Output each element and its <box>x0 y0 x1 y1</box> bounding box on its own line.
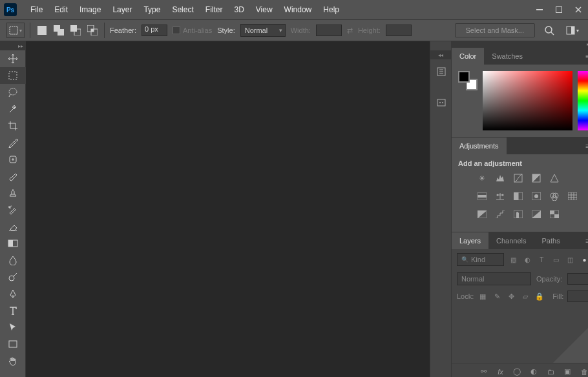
tab-layers[interactable]: Layers <box>452 232 488 249</box>
lock-transparent-icon[interactable]: ▦ <box>478 291 488 301</box>
workspace-switcher[interactable]: ▾ <box>563 26 582 35</box>
gradient-map-icon[interactable] <box>530 209 542 220</box>
path-selection-tool[interactable] <box>0 319 26 336</box>
tab-paths[interactable]: Paths <box>534 232 568 249</box>
lock-image-icon[interactable]: ✎ <box>492 291 502 301</box>
mode-subtract-icon[interactable] <box>69 24 82 37</box>
fill-input[interactable] <box>567 290 588 302</box>
lock-artboard-icon[interactable]: ▱ <box>520 291 530 301</box>
history-brush-tool[interactable] <box>0 201 26 218</box>
opacity-input[interactable] <box>567 273 588 285</box>
panel-menu-icon[interactable]: ≡ <box>580 48 588 65</box>
history-dock-icon[interactable] <box>430 62 452 81</box>
layer-fx-icon[interactable]: fx <box>495 368 505 376</box>
pen-tool[interactable] <box>0 285 26 302</box>
menu-filter[interactable]: Filter <box>200 1 229 18</box>
filter-toggle-icon[interactable]: ● <box>579 254 588 265</box>
tab-channels[interactable]: Channels <box>488 232 534 249</box>
menu-view[interactable]: View <box>250 1 278 18</box>
style-select[interactable]: Normal <box>240 24 286 37</box>
filter-shape-icon[interactable]: ▭ <box>551 254 561 265</box>
mode-new-icon[interactable] <box>36 24 48 37</box>
search-icon[interactable] <box>540 25 558 36</box>
gradient-tool[interactable] <box>0 235 26 252</box>
menu-3d[interactable]: 3D <box>228 1 249 18</box>
dodge-tool[interactable] <box>0 269 26 285</box>
lock-all-icon[interactable]: 🔒 <box>534 291 545 301</box>
feather-input[interactable]: 0 px <box>142 25 167 36</box>
menu-edit[interactable]: Edit <box>48 1 74 18</box>
filter-pixel-icon[interactable]: ▧ <box>508 254 518 265</box>
menu-file[interactable]: File <box>25 1 48 18</box>
hand-tool[interactable] <box>0 352 26 369</box>
vibrance-icon[interactable] <box>549 172 560 184</box>
layers-list[interactable] <box>452 305 588 363</box>
color-lookup-icon[interactable] <box>567 190 578 202</box>
menu-layer[interactable]: Layer <box>107 1 138 18</box>
curves-icon[interactable] <box>512 172 524 184</box>
black-white-icon[interactable] <box>512 190 524 202</box>
panel-menu-icon[interactable]: ≡ <box>580 232 588 249</box>
panel-menu-icon[interactable]: ≡ <box>580 138 588 154</box>
mode-intersect-icon[interactable] <box>86 24 99 37</box>
select-and-mask-button[interactable]: Select and Mask... <box>455 23 536 37</box>
maximize-button[interactable] <box>549 0 569 19</box>
foreground-background-swatch[interactable] <box>458 71 478 90</box>
hue-slider[interactable] <box>578 71 588 130</box>
menu-window[interactable]: Window <box>278 1 318 18</box>
brightness-contrast-icon[interactable]: ☀ <box>476 172 488 184</box>
lasso-tool[interactable] <box>0 84 26 101</box>
tab-adjustments[interactable]: Adjustments <box>452 138 507 154</box>
filter-type-icon[interactable]: T <box>536 254 547 265</box>
menu-type[interactable]: Type <box>138 1 166 18</box>
move-tool[interactable] <box>0 50 26 67</box>
link-layers-icon[interactable]: ⚯ <box>478 367 488 376</box>
filter-adjust-icon[interactable]: ◐ <box>522 254 532 265</box>
menu-help[interactable]: Help <box>317 1 345 18</box>
menu-select[interactable]: Select <box>166 1 199 18</box>
tab-color[interactable]: Color <box>452 48 484 65</box>
blend-mode-select[interactable]: Normal <box>457 272 531 285</box>
layer-filter-select[interactable]: Kind <box>457 253 504 266</box>
invert-icon[interactable] <box>476 209 488 220</box>
color-field[interactable] <box>483 71 572 130</box>
marquee-tool[interactable] <box>0 67 26 84</box>
photo-filter-icon[interactable] <box>530 190 542 202</box>
minimize-button[interactable] <box>530 0 549 19</box>
hue-sat-icon[interactable] <box>476 190 488 202</box>
menu-image[interactable]: Image <box>74 1 107 18</box>
healing-brush-tool[interactable] <box>0 151 26 168</box>
levels-icon[interactable] <box>494 172 506 184</box>
foreground-color-swatch[interactable] <box>458 71 470 83</box>
blur-tool[interactable] <box>0 252 26 269</box>
magic-wand-tool[interactable] <box>0 101 26 117</box>
exposure-icon[interactable] <box>530 172 542 184</box>
filter-smart-icon[interactable]: ◫ <box>565 254 575 265</box>
new-group-icon[interactable]: 🗀 <box>545 368 556 376</box>
posterize-icon[interactable] <box>494 209 506 220</box>
crop-tool[interactable] <box>0 117 26 134</box>
tool-preset-picker[interactable]: ▾ <box>6 23 25 38</box>
threshold-icon[interactable] <box>512 209 524 220</box>
color-balance-icon[interactable] <box>494 190 506 202</box>
type-tool[interactable] <box>0 302 26 319</box>
mode-add-icon[interactable] <box>52 24 65 37</box>
rectangle-tool[interactable] <box>0 336 26 352</box>
eraser-tool[interactable] <box>0 218 26 235</box>
brush-tool[interactable] <box>0 168 26 185</box>
delete-layer-icon[interactable]: 🗑 <box>579 368 588 376</box>
clone-stamp-tool[interactable] <box>0 185 26 201</box>
canvas-area[interactable] <box>26 41 430 377</box>
tab-swatches[interactable]: Swatches <box>484 48 530 65</box>
properties-dock-icon[interactable] <box>430 93 452 112</box>
lock-position-icon[interactable]: ✥ <box>506 291 516 301</box>
expand-tools-icon[interactable]: ▸▸ <box>0 41 26 50</box>
channel-mixer-icon[interactable] <box>549 190 560 202</box>
close-button[interactable] <box>569 0 588 19</box>
new-adjustment-icon[interactable]: ◐ <box>529 367 539 376</box>
new-layer-icon[interactable]: ▣ <box>562 367 572 376</box>
eyedropper-tool[interactable] <box>0 134 26 151</box>
expand-panels-icon[interactable]: ▸▸ <box>452 41 588 47</box>
expand-dock-icon[interactable]: ◂◂ <box>430 50 451 59</box>
selective-color-icon[interactable] <box>549 209 560 220</box>
